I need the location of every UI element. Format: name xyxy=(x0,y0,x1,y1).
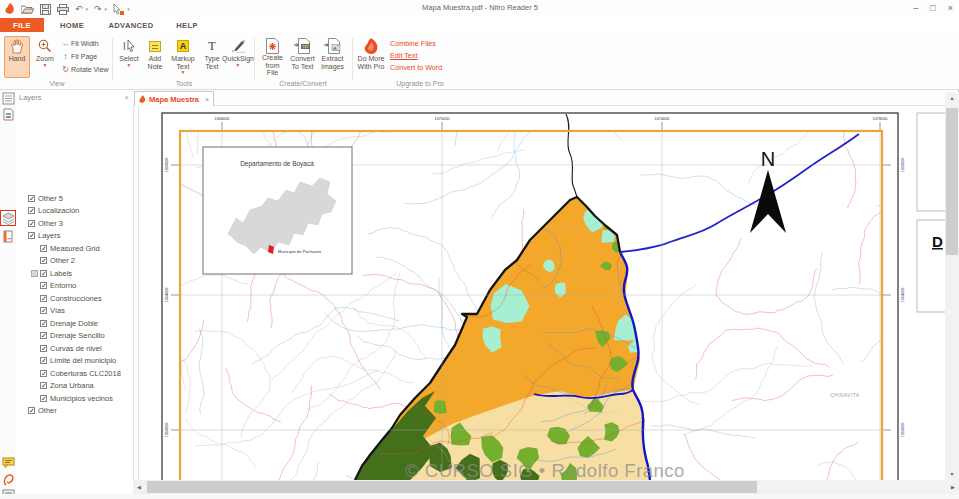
fit-page-button[interactable]: ↕Fit Page xyxy=(60,50,109,63)
layer-row-curvas-de-nivel[interactable]: ✓Curvas de nivel xyxy=(16,342,133,355)
layer-checkbox[interactable]: ✓ xyxy=(40,370,47,377)
nitro-reader-window: ↶▾ ↷▾ ▾ Mapa Muestra.pdf - Nitro Reader … xyxy=(0,0,959,499)
layer-checkbox[interactable]: ✓ xyxy=(40,257,47,264)
layer-checkbox[interactable]: ✓ xyxy=(28,220,35,227)
layer-checkbox[interactable]: ✓ xyxy=(40,395,47,402)
layer-row-other2[interactable]: ✓Other 2 xyxy=(16,255,133,268)
layer-row-other5[interactable]: ✓Other 5 xyxy=(16,192,133,205)
layer-row-drenaje-sencillo[interactable]: ✓Drenaje Sencillo xyxy=(16,330,133,343)
vertical-scroll-thumb[interactable] xyxy=(946,108,958,255)
horizontal-scrollbar[interactable]: ◀ ▶ xyxy=(133,480,959,494)
layer-checkbox[interactable]: ✓ xyxy=(40,357,47,364)
panel-divider[interactable] xyxy=(138,90,139,499)
comments-panel-icon[interactable] xyxy=(2,456,15,469)
save-icon[interactable] xyxy=(40,4,51,15)
tab-help[interactable]: HELP xyxy=(168,18,206,32)
pages-panel-icon[interactable] xyxy=(2,92,15,105)
grid-label-left: 1058000 xyxy=(165,158,169,173)
ribbon-group-create-convert: Create from File TXT Convert To Text Ext… xyxy=(258,34,348,88)
layer-checkbox[interactable]: ✓ xyxy=(28,407,35,414)
select-special-icon[interactable] xyxy=(113,4,124,15)
scroll-left-arrow[interactable]: ◀ xyxy=(133,480,145,494)
panel-divider[interactable] xyxy=(133,90,134,499)
tab-advanced[interactable]: ADVANCED xyxy=(100,18,162,32)
layer-checkbox[interactable]: ✓ xyxy=(28,207,35,214)
tab-home[interactable]: HOME xyxy=(52,18,92,32)
edit-text-link[interactable]: Edit Text xyxy=(390,50,442,62)
undo-icon[interactable]: ↶ xyxy=(75,4,83,14)
layer-checkbox[interactable]: ✓ xyxy=(40,332,47,339)
horizontal-scroll-thumb[interactable] xyxy=(147,481,757,493)
layers-tree: ✓Other 5 ✓Localización ✓Other 3 ✓Layers … xyxy=(16,192,133,417)
layer-row-localizacion[interactable]: ✓Localización xyxy=(16,205,133,218)
hand-tool-button[interactable]: Hand xyxy=(4,36,30,78)
bookmarks-panel-icon[interactable] xyxy=(2,108,15,121)
layer-row-coberturas[interactable]: ✓Coberturas CLC2018 xyxy=(16,367,133,380)
rotate-view-button[interactable]: ↻Rotate View xyxy=(60,63,109,76)
add-note-button[interactable]: Add Note xyxy=(142,36,168,78)
layer-checkbox[interactable]: ✓ xyxy=(40,382,47,389)
layer-checkbox[interactable]: ✓ xyxy=(40,245,47,252)
scroll-down-arrow[interactable]: ▼ xyxy=(945,468,959,480)
maximize-button[interactable]: □ xyxy=(930,2,935,14)
open-folder-icon[interactable] xyxy=(21,4,34,14)
document-tab-close-icon[interactable]: × xyxy=(205,96,209,103)
close-button[interactable]: × xyxy=(948,2,953,14)
quicksign-dropdown-icon[interactable]: ▾ xyxy=(237,63,240,68)
layer-checkbox[interactable]: ✓ xyxy=(40,295,47,302)
do-more-with-pro-button[interactable]: Do More With Pro xyxy=(356,36,386,78)
create-from-file-icon xyxy=(266,37,279,54)
layer-row-drenaje-doble[interactable]: ✓Drenaje Doble xyxy=(16,317,133,330)
convert-to-text-button[interactable]: TXT Convert To Text xyxy=(288,36,317,78)
document-tab-mapa-muestra[interactable]: Mapa Muestra × xyxy=(134,91,214,106)
layer-checkbox[interactable]: ✓ xyxy=(40,345,47,352)
layer-row-measured-grid[interactable]: ✓Measured Grid xyxy=(16,242,133,255)
layer-checkbox[interactable]: ✓ xyxy=(40,270,47,277)
layer-checkbox[interactable]: ✓ xyxy=(40,320,47,327)
undo-dropdown-icon[interactable]: ▾ xyxy=(86,6,89,12)
scroll-right-arrow[interactable]: ▶ xyxy=(947,480,959,494)
layer-row-construcciones[interactable]: ✓Construcciones xyxy=(16,292,133,305)
quicksign-button[interactable]: x QuickSign ▾ xyxy=(224,36,252,78)
layer-checkbox[interactable]: ✓ xyxy=(28,232,35,239)
qat-customize-icon[interactable]: ▾ xyxy=(127,6,130,12)
layer-checkbox[interactable]: ✓ xyxy=(40,307,47,314)
layer-row-entorno[interactable]: ✓Entorno xyxy=(16,280,133,293)
layer-row-zona-urbana[interactable]: ✓Zona Urbana xyxy=(16,380,133,393)
scroll-up-arrow[interactable]: ▲ xyxy=(945,92,959,104)
layer-row-vias[interactable]: ✓Vías xyxy=(16,305,133,318)
attachments-panel-icon[interactable] xyxy=(2,473,15,486)
combine-files-link[interactable]: Combine Files xyxy=(390,38,442,50)
document-viewport[interactable]: 1066000 1070000 1074000 1078000 1058000 … xyxy=(140,106,945,480)
markup-text-button[interactable]: A Markup Text ▾ xyxy=(168,36,198,78)
ribbon-group-view: Hand Zoom ▾ ↔Fit Width ↕Fit Page ↻Rotate… xyxy=(4,34,110,88)
type-text-button[interactable]: T Type Text xyxy=(200,36,224,78)
layer-row-labels[interactable]: ✓Labels xyxy=(16,267,133,280)
convert-to-word-link[interactable]: Convert to Word xyxy=(390,62,442,74)
layer-row-other3[interactable]: ✓Other 3 xyxy=(16,217,133,230)
print-icon[interactable] xyxy=(57,4,69,15)
tab-file[interactable]: FILE xyxy=(0,18,44,32)
layer-group-state-box[interactable] xyxy=(31,270,38,277)
zoom-dropdown-icon[interactable]: ▾ xyxy=(44,63,47,68)
extract-images-button[interactable]: Extract Images xyxy=(318,36,347,78)
layers-panel-close-icon[interactable]: × xyxy=(124,93,129,102)
signatures-panel-icon[interactable] xyxy=(2,230,15,243)
create-from-file-button[interactable]: Create from File xyxy=(258,36,287,78)
fit-width-button[interactable]: ↔Fit Width xyxy=(60,37,109,50)
select-dropdown-icon[interactable]: ▾ xyxy=(128,63,131,68)
minimize-button[interactable]: – xyxy=(913,2,918,14)
redo-dropdown-icon[interactable]: ▾ xyxy=(105,6,108,12)
layer-checkbox[interactable]: ✓ xyxy=(40,282,47,289)
layer-row-limite-municipio[interactable]: ✓Límite del municipio xyxy=(16,355,133,368)
layer-row-municipios-vecinos[interactable]: ✓Municipios vecinos xyxy=(16,392,133,405)
layers-panel-icon[interactable] xyxy=(2,212,15,225)
layer-row-layers[interactable]: ✓Layers xyxy=(16,230,133,243)
markup-dropdown-icon[interactable]: ▾ xyxy=(182,70,185,75)
layer-row-other[interactable]: ✓Other xyxy=(16,405,133,418)
zoom-button[interactable]: Zoom ▾ xyxy=(32,36,58,78)
select-tool-button[interactable]: I Select ▾ xyxy=(116,36,142,78)
redo-icon[interactable]: ↷ xyxy=(94,4,102,14)
vertical-scrollbar[interactable]: ▲ ▼ xyxy=(945,92,959,480)
layer-checkbox[interactable]: ✓ xyxy=(28,195,35,202)
